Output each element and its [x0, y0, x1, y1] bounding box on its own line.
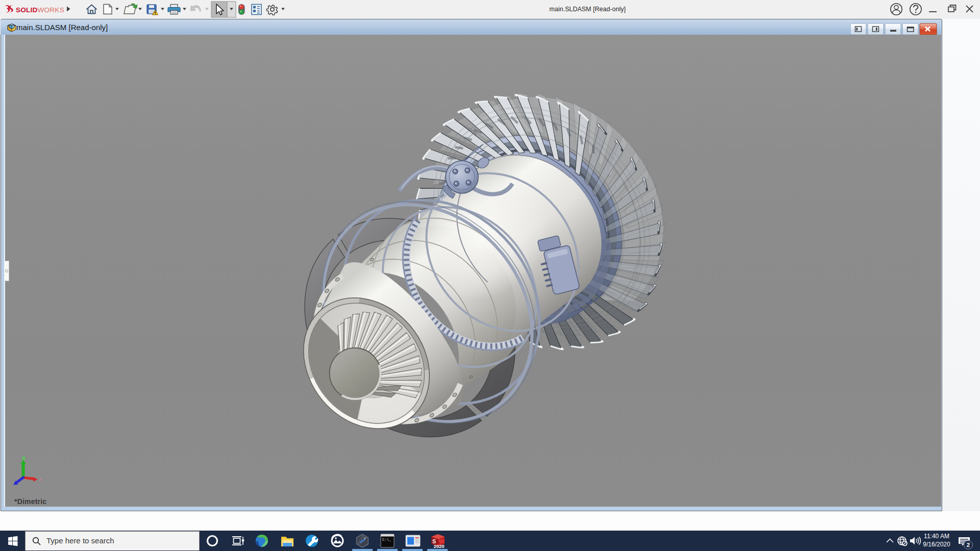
svg-text:x: x — [39, 475, 42, 483]
svg-text:2: 2 — [967, 542, 970, 548]
svg-text:SOLIDWORKS: SOLIDWORKS — [16, 6, 64, 14]
svg-text:2020: 2020 — [434, 543, 445, 549]
svg-text:C:\_: C:\_ — [382, 538, 391, 542]
